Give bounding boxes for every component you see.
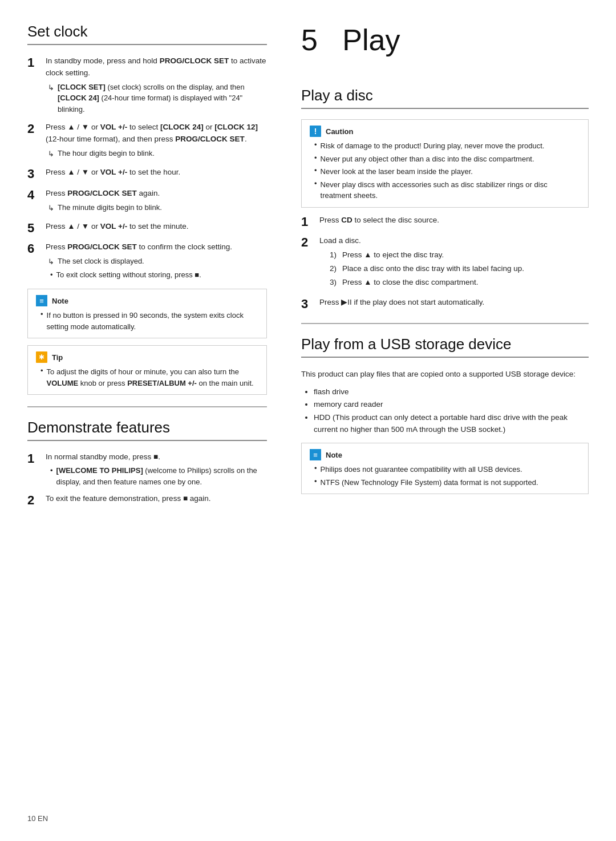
right-column: 5 Play Play a disc Caution • Risk of dam… (290, 23, 589, 516)
note-label: Note (52, 297, 68, 305)
note-label: Note (326, 451, 342, 459)
play-disc-title: Play a disc (301, 87, 589, 109)
step-content: In normal standby mode, press ■. • [WELC… (46, 451, 267, 487)
set-clock-step-6: 6 Press PROG/CLOCK SET to confirm the cl… (27, 241, 267, 281)
caution-label: Caution (326, 127, 353, 136)
step-number: 1 (27, 55, 42, 70)
step-number: 1 (27, 451, 42, 466)
step-number: 1 (301, 215, 316, 229)
tip-header: Tip (36, 351, 258, 363)
set-clock-title: Set clock (27, 23, 267, 45)
note-item: • If no button is pressed in 90 seconds,… (36, 310, 258, 332)
step-content: Press ▲ / ▼ or VOL +/- to set the minute… (46, 221, 267, 233)
step-number: 2 (27, 493, 42, 508)
page-lang: EN (38, 814, 48, 823)
caution-item-2: • Never put any object other than a disc… (310, 153, 580, 165)
step-content: To exit the feature demonstration, press… (46, 493, 267, 505)
step-content: Press PROG/CLOCK SET to confirm the cloc… (46, 241, 267, 281)
step-number: 6 (27, 241, 42, 256)
step-number: 2 (301, 235, 316, 250)
caution-item-3: • Never look at the laser beam inside th… (310, 166, 580, 177)
caution-item-1: • Risk of damage to the product! During … (310, 140, 580, 152)
step-content: Press PROG/CLOCK SET again. ↳ The minute… (46, 188, 267, 215)
arrow-item: ↳ The minute digits begin to blink. (46, 202, 267, 214)
chapter-name: Play (342, 23, 400, 56)
chapter-header: 5 Play (301, 23, 589, 71)
usb-bullet-1: flash drive (314, 386, 589, 398)
step-content: Press ▲ / ▼ or VOL +/- to set the hour. (46, 167, 267, 179)
demonstrate-step-2: 2 To exit the feature demonstration, pre… (27, 493, 267, 508)
play-disc-step-3: 3 Press ▶II if the play does not start a… (301, 297, 589, 312)
step-number: 3 (301, 297, 316, 312)
tip-label: Tip (52, 353, 63, 362)
demonstrate-steps: 1 In normal standby mode, press ■. • [WE… (27, 451, 267, 508)
set-clock-step-5: 5 Press ▲ / ▼ or VOL +/- to set the minu… (27, 221, 267, 236)
step-content: Load a disc. 1) Press ▲ to eject the dis… (319, 235, 589, 291)
tip-item: • To adjust the digits of hour or minute… (36, 366, 258, 389)
usb-bullet-2: memory card reader (314, 399, 589, 411)
caution-header: Caution (310, 126, 580, 137)
note-icon (36, 295, 47, 306)
demonstrate-step-1: 1 In normal standby mode, press ■. • [WE… (27, 451, 267, 487)
sub-step-3: 3) Press ▲ to close the disc compartment… (330, 277, 589, 288)
step-number: 3 (27, 167, 42, 181)
demonstrate-title: Demonstrate features (27, 419, 267, 441)
left-column: Set clock 1 In standby mode, press and h… (27, 23, 290, 516)
bullet-item: • To exit clock setting without storing,… (46, 269, 267, 281)
caution-item-4: • Never play discs with accessories such… (310, 179, 580, 201)
play-usb-note-box: Note • Philips does not guarantee compat… (301, 443, 589, 494)
tip-box: Tip • To adjust the digits of hour or mi… (27, 345, 267, 395)
caution-box: Caution • Risk of damage to the product!… (301, 119, 589, 208)
step-content: Press ▲ / ▼ or VOL +/- to select [CLOCK … (46, 122, 267, 161)
note-item-2: • NTFS (New Technology File System) data… (310, 477, 580, 488)
note-icon (310, 449, 321, 460)
tip-icon (36, 351, 47, 363)
note-header: Note (36, 295, 258, 306)
play-disc-step-1: 1 Press CD to select the disc source. (301, 215, 589, 229)
set-clock-step-2: 2 Press ▲ / ▼ or VOL +/- to select [CLOC… (27, 122, 267, 161)
step-content: Press ▶II if the play does not start aut… (319, 297, 589, 309)
set-clock-note-box: Note • If no button is pressed in 90 sec… (27, 289, 267, 338)
note-item-1: • Philips does not guarantee compatibili… (310, 464, 580, 475)
play-disc-step-2: 2 Load a disc. 1) Press ▲ to eject the d… (301, 235, 589, 291)
set-clock-step-4: 4 Press PROG/CLOCK SET again. ↳ The minu… (27, 188, 267, 215)
sub-steps: 1) Press ▲ to eject the disc tray. 2) Pl… (319, 249, 589, 289)
chapter-title: 5 Play (301, 23, 400, 57)
sub-step-1: 1) Press ▲ to eject the disc tray. (330, 249, 589, 261)
set-clock-step-1: 1 In standby mode, press and hold PROG/C… (27, 55, 267, 116)
step-number: 4 (27, 188, 42, 203)
usb-bullet-3: HDD (This product can only detect a port… (314, 412, 589, 436)
play-usb-title: Play from a USB storage device (301, 335, 589, 358)
page-footer: 10 EN (27, 814, 48, 823)
play-disc-steps: 1 Press CD to select the disc source. 2 … (301, 215, 589, 312)
set-clock-step-3: 3 Press ▲ / ▼ or VOL +/- to set the hour… (27, 167, 267, 181)
note-header: Note (310, 449, 580, 460)
chapter-number: 5 (301, 23, 318, 56)
step-number: 5 (27, 221, 42, 236)
play-usb-bullets: flash drive memory card reader HDD (This… (301, 386, 589, 436)
step-content: Press CD to select the disc source. (319, 215, 589, 227)
caution-icon (310, 126, 321, 137)
arrow-item: ↳ The hour digits begin to blink. (46, 148, 267, 160)
play-usb-intro: This product can play files that are cop… (301, 368, 589, 381)
arrow-item: ↳ The set clock is displayed. (46, 256, 267, 268)
arrow-item: ↳ [CLOCK SET] (set clock) scrolls on the… (46, 82, 267, 115)
step-number: 2 (27, 122, 42, 136)
bullet-item: • [WELCOME TO PHILIPS] (welcome to Phili… (46, 465, 267, 487)
page-number: 10 (27, 814, 35, 823)
step-content: In standby mode, press and hold PROG/CLO… (46, 55, 267, 116)
sub-step-2: 2) Place a disc onto the disc tray with … (330, 263, 589, 274)
set-clock-steps: 1 In standby mode, press and hold PROG/C… (27, 55, 267, 281)
